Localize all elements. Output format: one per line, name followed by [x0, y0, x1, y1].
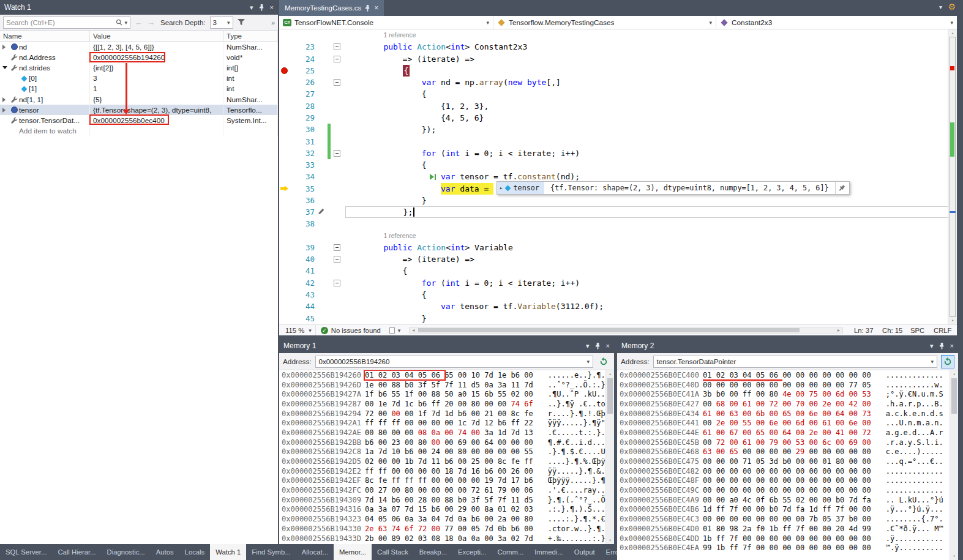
memory-hex-bytes[interactable]: 01 80 98 2a f0 1b ff 7f 00 00 20 4d 99 [703, 525, 871, 533]
fold-collapse-icon[interactable] [334, 256, 340, 263]
watch-search-box[interactable]: ▾ [3, 17, 130, 29]
breakpoint-margin[interactable] [279, 77, 290, 88]
code-text[interactable]: public Action<int> Constant2x3 [345, 41, 957, 53]
memory-hex-bytes[interactable]: 00 00 a0 4c 0f 6b 55 02 00 00 b0 7d fa [703, 496, 871, 504]
tab-list-chevron-icon[interactable]: ▾ [939, 4, 942, 10]
watch-value-cell[interactable]: 1 [90, 84, 223, 94]
watch-value-cell[interactable]: {tf.Tensor: shape=(2, 3), dtype=uint8, [90, 105, 223, 115]
close-icon[interactable]: × [606, 343, 610, 349]
breakpoint-margin[interactable] [279, 312, 290, 324]
tool-window-tab[interactable]: Watch 1 [210, 544, 246, 560]
watch-row[interactable]: Add item to watch [0, 126, 278, 136]
hscrollbar-thumb[interactable] [418, 328, 800, 332]
scroll-up-icon[interactable]: ▴ [948, 31, 957, 35]
tool-window-tab[interactable]: Allocat... [296, 544, 334, 560]
watch-header-type[interactable]: Type [223, 31, 278, 41]
code-text[interactable] [345, 218, 957, 230]
memory1-scrollbar[interactable]: ▴ ▾ [605, 370, 614, 544]
memory-hex-bytes[interactable]: 61 00 67 00 65 00 64 00 2e 00 41 00 72 [703, 428, 871, 437]
code-text[interactable]: {1, 2, 3}, [345, 100, 957, 112]
fold-collapse-icon[interactable] [334, 150, 340, 157]
breakpoint-margin[interactable] [279, 88, 290, 100]
memory-hex-bytes[interactable]: 8c fe ff ff ff 00 00 00 00 19 7d 17 b6 [365, 476, 533, 485]
project-dropdown[interactable]: C# TensorFlowNET.Console ▾ [279, 16, 493, 29]
memory-hex-bytes[interactable]: 1f b6 55 1f 00 88 50 a0 15 6b 55 02 00 [365, 390, 533, 398]
pin-icon[interactable] [259, 4, 264, 11]
breakpoint-margin[interactable] [279, 65, 290, 77]
tool-window-tab[interactable]: Autos [151, 544, 179, 560]
search-forward-button[interactable]: → [147, 18, 155, 27]
memory2-scrollbar[interactable]: ▴ ▾ [950, 370, 958, 560]
fold-collapse-icon[interactable] [334, 280, 340, 286]
tool-window-tab[interactable]: SQL Server... [0, 544, 52, 560]
watch-row[interactable]: nd.strides{int[2]}int[] [0, 62, 278, 73]
watch-value-cell[interactable]: 3 [90, 73, 223, 84]
watch-name-cell[interactable]: [1] [0, 84, 90, 94]
watch-name-cell[interactable]: Add item to watch [0, 126, 90, 136]
watch-name-cell[interactable]: nd.strides [0, 62, 90, 73]
member-dropdown[interactable]: Constant2x3 ▾ [716, 16, 957, 29]
memory-hex-bytes[interactable]: 00 2e 00 55 00 6e 00 6d 00 61 00 6e 00 [703, 419, 871, 427]
tool-window-tab[interactable]: Find Symb... [246, 544, 296, 560]
code-editor[interactable]: 1 reference23public Action<int> Constant… [279, 29, 957, 324]
pin-icon[interactable] [939, 343, 945, 349]
watch-value-cell[interactable]: {5} [90, 94, 223, 105]
memory-hex-bytes[interactable]: b6 00 23 00 80 00 00 69 00 64 00 00 00 [365, 438, 533, 447]
expander-icon[interactable] [2, 45, 9, 50]
watch-value-cell[interactable]: 0x000002556b194260 [90, 52, 223, 62]
memory-hex-bytes[interactable]: 2b 00 89 02 03 08 18 0a 0a 00 3a 02 7d [365, 534, 533, 543]
expander-icon[interactable] [2, 66, 9, 69]
watch-header-value[interactable]: Value [90, 31, 223, 41]
tool-window-tab[interactable]: Memor... [334, 544, 372, 560]
watch-row[interactable]: [0]3int [0, 73, 278, 84]
code-text[interactable]: { [345, 65, 957, 77]
memory-hex-bytes[interactable]: 61 00 63 00 6b 00 65 00 6e 00 64 00 73 [703, 409, 871, 418]
watch-header-name[interactable]: Name [0, 31, 90, 41]
code-text[interactable]: {4, 5, 6} [345, 112, 957, 124]
tab-memorytestingcases[interactable]: MemoryTestingCases.cs × [279, 0, 384, 16]
memory-hex-bytes[interactable]: 00 00 00 00 00 00 00 00 00 00 00 00 00 [703, 476, 871, 485]
search-icon[interactable] [116, 19, 122, 26]
memory-hex-bytes[interactable]: 99 1b ff 7f 00 00 00 00 00 00 00 00 00 [703, 543, 871, 552]
watch-titlebar[interactable]: Watch 1 ▾ × [0, 0, 278, 15]
fold-margin[interactable] [332, 150, 342, 157]
watch-row[interactable]: nd.Address0x000002556b194260void* [0, 52, 278, 62]
breakpoint-margin[interactable] [279, 41, 290, 53]
watch-value-cell[interactable] [90, 126, 223, 136]
search-input[interactable] [6, 19, 116, 26]
code-text[interactable]: } [345, 195, 957, 206]
watch-name-cell[interactable]: tensor [0, 105, 90, 115]
watch-row[interactable]: nd[1, 1]{5}NumShar... [0, 94, 278, 105]
fold-margin[interactable] [332, 280, 342, 286]
memory-hex-bytes[interactable]: 00 1e 7d 1c b6 ff 20 00 80 00 00 74 6f [365, 400, 533, 408]
watch-name-cell[interactable]: tensor.TensorDat... [0, 115, 90, 125]
memory-hex-bytes[interactable]: 63 00 65 00 00 00 00 29 00 00 00 00 00 [703, 447, 871, 456]
run-to-cursor-icon[interactable] [430, 174, 438, 180]
breakpoint-margin[interactable] [279, 159, 290, 171]
window-position-icon[interactable]: ▾ [586, 343, 590, 349]
memory-hex-bytes[interactable]: 00 00 00 71 05 3d b0 00 00 01 80 00 00 [703, 457, 871, 466]
breakpoint-margin[interactable] [279, 171, 290, 182]
document-health-indicator[interactable]: ✓ No issues found [316, 327, 386, 334]
code-text[interactable] [345, 135, 957, 147]
breakpoint-margin[interactable] [279, 135, 290, 147]
tool-window-tab[interactable]: Diagnostic... [102, 544, 151, 560]
watch-row[interactable]: tensor.TensorDat...0x000002556b0ec400Sys… [0, 115, 278, 125]
breakpoint-margin[interactable] [279, 182, 290, 194]
datatip-pin-icon[interactable] [835, 182, 848, 194]
tool-window-tab[interactable]: Error List [601, 544, 617, 560]
breakpoint-margin[interactable] [279, 218, 290, 230]
code-text[interactable]: { [345, 88, 957, 100]
fold-margin[interactable] [332, 43, 342, 50]
fold-collapse-icon[interactable] [334, 43, 340, 50]
fold-collapse-icon[interactable] [334, 244, 340, 251]
scrollbar-thumb[interactable] [950, 37, 956, 317]
breakpoint-margin[interactable] [279, 147, 290, 159]
memory1-titlebar[interactable]: Memory 1 ▾ × [279, 338, 614, 353]
watch-name-cell[interactable]: [0] [0, 73, 90, 84]
memory-hex-bytes[interactable]: 00 00 00 00 00 00 00 00 00 00 00 00 00 [703, 467, 871, 476]
window-position-icon[interactable]: ▾ [250, 4, 253, 11]
code-text[interactable]: } [345, 312, 957, 324]
editor-horizontal-scrollbar[interactable]: ◂ ▸ [409, 327, 843, 334]
tool-window-tab[interactable]: Output [569, 544, 601, 560]
